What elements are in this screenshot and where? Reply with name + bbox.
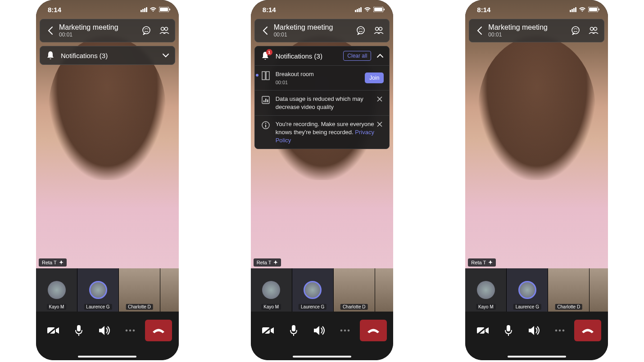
- close-icon[interactable]: [376, 120, 384, 128]
- chevron-down-icon[interactable]: [162, 53, 169, 58]
- participants-icon[interactable]: [588, 25, 599, 36]
- participant-thumb[interactable]: Laurence G: [77, 268, 119, 312]
- svg-point-27: [265, 123, 266, 124]
- participant-thumb[interactable]: Kayo M: [36, 268, 77, 312]
- notification-recording: You're recording. Make sure everyone kno…: [255, 115, 390, 149]
- camera-off-button[interactable]: [472, 320, 494, 341]
- chat-icon[interactable]: [570, 25, 581, 36]
- svg-point-48: [555, 330, 557, 332]
- svg-point-42: [594, 27, 597, 31]
- home-indicator[interactable]: [508, 356, 566, 357]
- call-controls: [36, 312, 179, 360]
- more-options-button[interactable]: [119, 320, 141, 341]
- join-button[interactable]: Join: [365, 72, 384, 83]
- meeting-title-block: Marketing meeting 00:01: [485, 23, 570, 38]
- pinned-name: Reta T: [257, 260, 272, 265]
- participant-thumb[interactable]: Charlotte D: [334, 268, 375, 312]
- participant-thumb[interactable]: [590, 268, 608, 312]
- wifi-icon: [150, 7, 157, 12]
- notification-breakout-room: Breakout room 00:01 Join: [255, 65, 390, 90]
- participant-thumb[interactable]: Charlotte D: [119, 268, 160, 312]
- meeting-title: Marketing meeting: [274, 23, 355, 32]
- home-indicator[interactable]: [293, 356, 351, 357]
- participant-thumbnails: Kayo M Laurence G Charlotte D: [465, 268, 608, 312]
- svg-rect-23: [263, 100, 265, 102]
- notification-text: You're recording. Make sure everyone kno…: [276, 120, 376, 144]
- participant-name: Laurence G: [84, 304, 112, 310]
- meeting-elapsed: 00:01: [59, 32, 141, 38]
- participant-thumb[interactable]: Laurence G: [507, 268, 548, 312]
- svg-point-41: [590, 27, 594, 31]
- notifications-collapsed-bar[interactable]: Notifications (3): [40, 46, 175, 65]
- more-options-button[interactable]: [334, 320, 356, 341]
- svg-rect-39: [599, 9, 599, 10]
- chat-icon[interactable]: [355, 25, 367, 36]
- notifications-label: Notifications (3): [276, 52, 344, 60]
- pinned-name: Reta T: [471, 260, 486, 265]
- participant-name: Kayo M: [261, 304, 281, 310]
- svg-point-5: [164, 27, 168, 31]
- notifications-panel-header: 1 Notifications (3) Clear all: [255, 46, 390, 65]
- participants-icon[interactable]: [373, 25, 385, 36]
- participants-icon[interactable]: [159, 25, 170, 36]
- hang-up-button[interactable]: [145, 320, 172, 341]
- meeting-title: Marketing meeting: [59, 23, 141, 32]
- pin-icon: [59, 260, 63, 265]
- participant-thumb[interactable]: Kayo M: [251, 268, 292, 312]
- call-controls: [251, 312, 394, 360]
- chevron-up-icon[interactable]: [376, 54, 384, 58]
- svg-rect-15: [374, 8, 382, 11]
- participant-thumb[interactable]: [160, 268, 179, 312]
- meeting-elapsed: 00:01: [274, 32, 355, 38]
- bell-icon: 1: [260, 51, 270, 60]
- meeting-header: Marketing meeting 00:01: [469, 19, 604, 42]
- speaker-button[interactable]: [523, 320, 545, 341]
- back-button[interactable]: [474, 27, 485, 35]
- phone-collapsed-notifications: 8:14 Marketing meeting 00:01 Notificatio…: [36, 0, 179, 360]
- clear-all-button[interactable]: Clear all: [343, 51, 371, 61]
- svg-rect-20: [262, 72, 265, 80]
- speaker-button[interactable]: [308, 320, 330, 341]
- mic-button[interactable]: [68, 320, 90, 341]
- participant-thumb[interactable]: [375, 268, 394, 312]
- notification-badge: 1: [266, 49, 272, 55]
- unread-dot-icon: [256, 74, 259, 77]
- participant-thumb[interactable]: Charlotte D: [548, 268, 590, 312]
- battery-icon: [373, 7, 385, 12]
- meeting-title-block: Marketing meeting 00:01: [56, 23, 141, 38]
- mic-button[interactable]: [498, 320, 519, 341]
- battery-icon: [588, 7, 600, 12]
- phone-no-notifications: 8:14 Marketing meeting 00:01 Reta T Kayo…: [465, 0, 608, 360]
- mic-button[interactable]: [283, 320, 304, 341]
- participant-name: Charlotte D: [126, 304, 153, 310]
- speaker-button[interactable]: [94, 320, 115, 341]
- meeting-title: Marketing meeting: [488, 23, 570, 32]
- back-button[interactable]: [45, 27, 56, 35]
- svg-point-34: [340, 330, 343, 332]
- breakout-room-icon: [260, 71, 271, 80]
- svg-rect-8: [47, 327, 55, 334]
- status-bar: 8:14: [251, 0, 394, 19]
- battery-icon: [159, 7, 171, 12]
- notification-title: Breakout room: [276, 70, 365, 78]
- home-indicator[interactable]: [78, 356, 136, 357]
- participant-thumb[interactable]: Laurence G: [292, 268, 334, 312]
- chat-icon[interactable]: [141, 25, 152, 36]
- close-icon[interactable]: [376, 95, 384, 103]
- svg-point-19: [379, 27, 382, 31]
- pin-icon: [273, 260, 278, 265]
- svg-rect-1: [160, 8, 168, 11]
- more-options-button[interactable]: [549, 320, 571, 341]
- svg-rect-45: [477, 327, 485, 334]
- camera-off-button[interactable]: [257, 320, 279, 341]
- participant-thumb[interactable]: Kayo M: [465, 268, 507, 312]
- svg-rect-33: [292, 325, 295, 331]
- bell-icon: [45, 51, 55, 60]
- svg-rect-47: [507, 325, 510, 331]
- camera-off-button[interactable]: [42, 320, 64, 341]
- notification-text: Data usage is reduced which may decrease…: [276, 95, 376, 111]
- hang-up-button[interactable]: [360, 320, 387, 341]
- back-button[interactable]: [259, 27, 271, 35]
- hang-up-button[interactable]: [574, 320, 601, 341]
- participant-thumbnails: Kayo M Laurence G Charlotte D: [251, 268, 394, 312]
